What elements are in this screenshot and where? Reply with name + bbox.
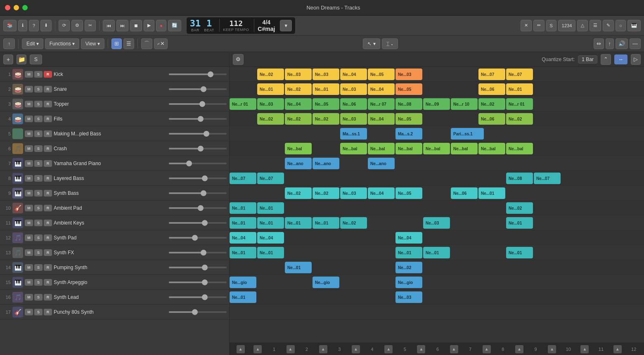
clip[interactable]: Ne...04	[340, 69, 367, 80]
clip[interactable]: Ne...05	[395, 187, 422, 199]
clip[interactable]: Ne...07	[534, 173, 561, 184]
list-button[interactable]: ☰	[590, 20, 601, 31]
functions-menu[interactable]: Functions ▾	[45, 38, 79, 49]
clip[interactable]: Ne...03	[340, 113, 367, 125]
clip[interactable]: Ne...bal	[368, 143, 395, 154]
clip[interactable]: Ne...01	[506, 83, 533, 95]
clip[interactable]: Ne...02	[285, 113, 312, 125]
record-arm-button[interactable]: R	[44, 175, 52, 182]
solo-button[interactable]: S	[34, 249, 43, 256]
clip[interactable]: Ne...01	[230, 217, 256, 229]
clip[interactable]: Ne...01	[478, 187, 505, 199]
solo-button[interactable]: S	[34, 71, 43, 78]
clip[interactable]: Ne...08	[395, 98, 422, 110]
solo-button[interactable]: S	[34, 175, 43, 182]
clip[interactable]: Ne...06	[478, 113, 505, 125]
clip[interactable]: Ne...07	[230, 173, 256, 184]
maximize-button[interactable]	[22, 5, 28, 10]
nav-arrow-5[interactable]: ▲	[352, 345, 360, 353]
nav-arrow-13[interactable]: ▲	[613, 345, 622, 353]
track-fader[interactable]	[169, 267, 227, 268]
vol-button[interactable]: 🔊	[616, 38, 628, 49]
solo-button[interactable]: S	[34, 294, 43, 301]
mute-button[interactable]: M	[25, 116, 33, 122]
solo-button[interactable]: S	[34, 130, 43, 137]
mute-button[interactable]: M	[25, 279, 33, 286]
mute-button[interactable]: M	[25, 160, 33, 167]
piano-button[interactable]: 🎹	[627, 20, 641, 31]
fit-button[interactable]: ⇔	[594, 38, 604, 49]
list-view-button[interactable]: ☰	[123, 38, 134, 49]
solo-button[interactable]: S	[34, 205, 43, 211]
mute-button[interactable]: M	[25, 175, 33, 182]
mute-button[interactable]: M	[25, 294, 33, 301]
track-fader[interactable]	[169, 118, 227, 120]
stop-button[interactable]: ⏹	[130, 20, 142, 31]
quantize-up[interactable]: ⌃	[601, 54, 611, 65]
solo-button[interactable]: S	[34, 220, 43, 226]
nav-arrow-8[interactable]: ▲	[450, 345, 458, 353]
solo-button[interactable]: S	[34, 160, 43, 167]
track-fader[interactable]	[169, 148, 227, 149]
clip[interactable]: Ne...09	[423, 98, 450, 110]
clip[interactable]: Ne...05	[368, 69, 395, 80]
close-button[interactable]	[5, 5, 10, 10]
minimize-button[interactable]	[14, 5, 19, 10]
clip[interactable]: Ne...02	[478, 98, 505, 110]
clip[interactable]: Ne...01	[257, 217, 284, 229]
nav-arrow-3[interactable]: ▲	[286, 345, 295, 353]
clip[interactable]: Ne...gio	[230, 277, 256, 288]
nav-arrow-2[interactable]: ▲	[253, 345, 262, 353]
clip[interactable]: Ne...01	[230, 247, 256, 258]
clip[interactable]: Ne...gio	[313, 277, 339, 288]
track-fader[interactable]	[169, 133, 227, 135]
clip[interactable]: Ne...01	[423, 247, 450, 258]
clip[interactable]: Ne...03	[285, 69, 312, 80]
clip[interactable]: Ne...r 01	[230, 98, 256, 110]
arrange-settings-button[interactable]: ⚙	[233, 54, 244, 65]
download-button[interactable]: ⬇	[40, 20, 52, 31]
clip[interactable]: Ne...02	[506, 202, 533, 214]
clip[interactable]: Ne...03	[340, 83, 367, 95]
record-arm-button[interactable]: R	[44, 86, 52, 92]
solo-button[interactable]: S	[34, 116, 43, 122]
clip[interactable]: Ne...r 07	[368, 98, 395, 110]
clip[interactable]: Ne...02	[285, 83, 312, 95]
clip[interactable]: Ne...02	[313, 187, 339, 199]
nav-arrow-9[interactable]: ▲	[483, 345, 491, 353]
snap-button[interactable]: S	[546, 20, 556, 31]
clip[interactable]: Ne...04	[368, 83, 395, 95]
scissors-button[interactable]: ✂	[85, 20, 96, 31]
clip[interactable]: Ne...06	[340, 98, 367, 110]
track-fader[interactable]	[169, 178, 227, 179]
expand-button[interactable]: ▼	[280, 20, 292, 31]
record-arm-button[interactable]: R	[44, 71, 52, 78]
track-fader[interactable]	[169, 237, 227, 239]
clip[interactable]: Ne...06	[451, 187, 478, 199]
minus-button[interactable]: —	[630, 38, 641, 49]
back-button[interactable]: ↑	[3, 38, 15, 49]
clip[interactable]: Ne...01	[313, 217, 339, 229]
record-arm-button[interactable]: R	[44, 101, 52, 107]
clip[interactable]: Ne...03	[395, 69, 422, 80]
clip[interactable]: Ne...03	[340, 187, 367, 199]
numbering-button[interactable]: 1234	[558, 20, 575, 31]
arrange-right-button[interactable]: ▷	[631, 54, 641, 65]
record-arm-button[interactable]: R	[44, 234, 52, 241]
clip[interactable]: Ne...bal	[423, 143, 450, 154]
clip[interactable]: Ne...03	[423, 217, 450, 229]
record-arm-button[interactable]: R	[44, 116, 52, 122]
clip[interactable]: Ne...bal	[340, 143, 367, 154]
midi-button[interactable]: ⌿✕	[154, 38, 168, 49]
clip[interactable]: Ne...04	[257, 232, 284, 244]
mute-button[interactable]: M	[25, 220, 33, 226]
clip[interactable]: Ne...03	[313, 69, 339, 80]
record-arm-button[interactable]: R	[44, 190, 52, 196]
pencil-button[interactable]: ✏	[533, 20, 545, 31]
solo-button[interactable]: S	[34, 86, 43, 92]
clip[interactable]: Ne...01	[506, 217, 533, 229]
solo-button[interactable]: S	[34, 264, 43, 271]
clip[interactable]: Ne...04	[368, 113, 395, 125]
grid-view-button[interactable]: ⊞	[111, 38, 122, 49]
nav-arrow-12[interactable]: ▲	[580, 345, 589, 353]
